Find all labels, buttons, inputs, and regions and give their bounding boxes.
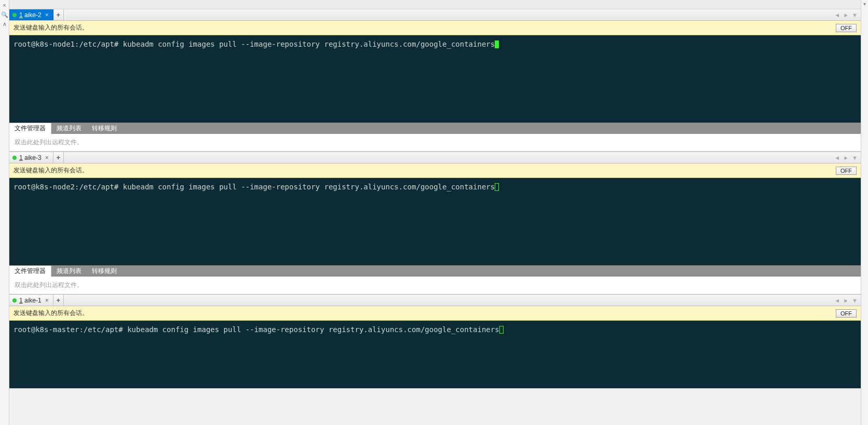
tab-nav-right-icon[interactable]: ► (842, 12, 850, 18)
tab-nav-right-icon[interactable]: ► (842, 297, 850, 304)
left-gutter: × 🔍 ∧ (0, 0, 9, 425)
add-tab-button[interactable]: + (53, 295, 64, 306)
terminal[interactable]: root@k8s-node2:/etc/apt# kubeadm config … (9, 178, 861, 265)
main-column: 1 aike-2 × + ◄ ► ▼ 发送键盘输入的所有会话。 OFF root… (9, 0, 861, 425)
right-dropdown-icon[interactable]: ▾ (863, 1, 866, 7)
tab-channel-list[interactable]: 频道列表 (51, 266, 87, 277)
status-dot-icon (12, 13, 17, 17)
tab-nav-arrows: ◄ ► ▼ (833, 295, 861, 306)
tab-transfer-rules[interactable]: 转移规则 (87, 266, 122, 277)
close-tab-icon[interactable]: × (44, 154, 50, 161)
session-pane: 1 aike-3 × + ◄ ► ▼ 发送键盘输入的所有会话。 OFF root… (9, 152, 861, 295)
tab-label: aike-1 (24, 297, 42, 304)
tab-file-manager[interactable]: 文件管理器 (9, 123, 51, 134)
tab-transfer-rules[interactable]: 转移规则 (87, 123, 122, 134)
add-tab-button[interactable]: + (53, 152, 64, 163)
prompt-path: :/etc/apt# (79, 325, 123, 334)
tab-label: aike-2 (24, 11, 42, 19)
prompt-user: root@k8s-node2 (13, 183, 75, 191)
broadcast-bar: 发送键盘输入的所有会话。 OFF (9, 306, 861, 321)
terminal-command: kubeadm config images pull --image-repos… (127, 325, 499, 334)
session-tab-aike-3[interactable]: 1 aike-3 × (9, 152, 53, 163)
close-tab-icon[interactable]: × (44, 297, 50, 304)
close-tab-icon[interactable]: × (44, 11, 50, 19)
prompt-path: :/etc/apt# (75, 183, 118, 191)
add-tab-button[interactable]: + (53, 9, 64, 20)
prompt-path: :/etc/apt# (75, 40, 118, 48)
broadcast-message: 发送键盘输入的所有会话。 (13, 166, 88, 175)
terminal-command: kubeadm config images pull --image-repos… (123, 40, 495, 48)
session-tab-aike-1[interactable]: 1 aike-1 × (9, 295, 53, 306)
session-tab-aike-2[interactable]: 1 aike-2 × (9, 9, 53, 20)
broadcast-bar: 发送键盘输入的所有会话。 OFF (9, 163, 861, 178)
close-icon[interactable]: × (1, 1, 9, 9)
title-bar (9, 0, 861, 9)
jump-icon[interactable]: ∧ (1, 20, 9, 28)
bottom-tab-strip: 文件管理器 频道列表 转移规则 (9, 122, 861, 134)
tab-nav-left-icon[interactable]: ◄ (833, 12, 841, 18)
tab-accelerator: 1 (19, 11, 23, 19)
tab-strip: 1 aike-2 × + ◄ ► ▼ (9, 9, 861, 21)
session-pane: 1 aike-2 × + ◄ ► ▼ 发送键盘输入的所有会话。 OFF root… (9, 9, 861, 152)
right-gutter: ▾ (861, 0, 868, 425)
terminal-cursor (495, 40, 499, 48)
prompt-user: root@k8s-master (13, 325, 79, 334)
tab-nav-arrows: ◄ ► ▼ (833, 9, 861, 20)
file-manager-hint[interactable]: 双击此处列出远程文件。 (9, 277, 861, 294)
session-pane: 1 aike-1 × + ◄ ► ▼ 发送键盘输入的所有会话。 OFF root… (9, 295, 861, 389)
terminal[interactable]: root@k8s-master:/etc/apt# kubeadm config… (9, 321, 861, 388)
tab-channel-list[interactable]: 频道列表 (51, 123, 87, 134)
tab-nav-arrows: ◄ ► ▼ (833, 152, 861, 163)
tab-nav-left-icon[interactable]: ◄ (833, 297, 841, 304)
terminal[interactable]: root@k8s-node1:/etc/apt# kubeadm config … (9, 35, 861, 122)
tab-label: aike-3 (24, 154, 42, 161)
tab-nav-down-icon[interactable]: ▼ (851, 12, 859, 18)
broadcast-message: 发送键盘输入的所有会话。 (13, 23, 88, 32)
search-icon[interactable]: 🔍 (1, 10, 9, 19)
tab-nav-left-icon[interactable]: ◄ (833, 155, 841, 161)
tab-strip: 1 aike-3 × + ◄ ► ▼ (9, 152, 861, 163)
tab-strip: 1 aike-1 × + ◄ ► ▼ (9, 295, 861, 306)
tab-accelerator: 1 (19, 297, 23, 304)
terminal-cursor (495, 183, 499, 191)
broadcast-message: 发送键盘输入的所有会话。 (13, 309, 88, 318)
terminal-command: kubeadm config images pull --image-repos… (123, 183, 495, 191)
tab-nav-down-icon[interactable]: ▼ (851, 155, 859, 161)
tab-nav-down-icon[interactable]: ▼ (851, 297, 859, 304)
broadcast-off-button[interactable]: OFF (836, 167, 857, 175)
file-manager-hint[interactable]: 双击此处列出远程文件。 (9, 134, 861, 152)
broadcast-off-button[interactable]: OFF (836, 309, 857, 318)
status-dot-icon (12, 298, 17, 303)
prompt-user: root@k8s-node1 (13, 40, 75, 48)
tab-nav-right-icon[interactable]: ► (842, 155, 850, 161)
tab-file-manager[interactable]: 文件管理器 (9, 266, 51, 277)
terminal-cursor (499, 326, 504, 334)
broadcast-off-button[interactable]: OFF (836, 24, 857, 32)
tab-accelerator: 1 (19, 154, 23, 161)
status-dot-icon (12, 156, 17, 160)
broadcast-bar: 发送键盘输入的所有会话。 OFF (9, 21, 861, 35)
bottom-tab-strip: 文件管理器 频道列表 转移规则 (9, 265, 861, 277)
